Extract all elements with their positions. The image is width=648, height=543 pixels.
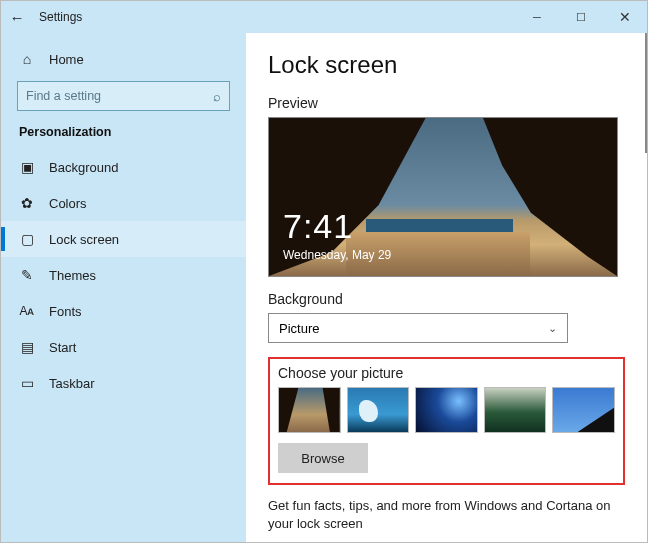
choose-picture-label: Choose your picture [278,365,615,381]
window-controls: ─ ☐ ✕ [515,1,647,33]
sidebar-item-label: Colors [49,196,87,211]
sidebar-home[interactable]: ⌂ Home [1,41,246,77]
background-select-value: Picture [279,321,319,336]
sidebar-item-label: Fonts [49,304,82,319]
picture-thumb-1[interactable] [278,387,341,433]
tip-text: Get fun facts, tips, and more from Windo… [268,497,625,533]
themes-icon: ✎ [19,267,35,283]
picture-icon: ▣ [19,159,35,175]
lockscreen-preview: 7:41 Wednesday, May 29 [268,117,618,277]
background-select[interactable]: Picture ⌄ [268,313,568,343]
preview-clock: 7:41 Wednesday, May 29 [283,207,391,262]
maximize-button[interactable]: ☐ [559,1,603,33]
preview-label: Preview [268,95,625,111]
fonts-icon: Aᴀ [19,304,35,318]
sidebar-item-label: Background [49,160,118,175]
chevron-down-icon: ⌄ [548,322,557,335]
sidebar-item-themes[interactable]: ✎ Themes [1,257,246,293]
sidebar-item-background[interactable]: ▣ Background [1,149,246,185]
content-pane: Lock screen Preview 7:41 Wednesday, May … [246,33,647,542]
sidebar-item-colors[interactable]: ✿ Colors [1,185,246,221]
sidebar-home-label: Home [49,52,84,67]
home-icon: ⌂ [19,51,35,67]
sidebar: ⌂ Home Find a setting ⌕ Personalization … [1,33,246,542]
sidebar-item-fonts[interactable]: Aᴀ Fonts [1,293,246,329]
background-label: Background [268,291,625,307]
sidebar-item-start[interactable]: ▤ Start [1,329,246,365]
picture-thumb-2[interactable] [347,387,410,433]
picture-thumbnails [278,387,615,433]
search-icon: ⌕ [213,89,221,104]
sidebar-group-label: Personalization [1,121,246,149]
picture-thumb-4[interactable] [484,387,547,433]
window-title: Settings [39,10,515,24]
sidebar-item-label: Start [49,340,76,355]
back-button[interactable]: ← [1,9,33,26]
lock-screen-icon: ▢ [19,231,35,247]
preview-time: 7:41 [283,207,391,246]
search-placeholder: Find a setting [26,89,101,103]
preview-date: Wednesday, May 29 [283,248,391,262]
scrollbar[interactable] [645,33,647,153]
sidebar-item-label: Taskbar [49,376,95,391]
picture-thumb-3[interactable] [415,387,478,433]
sidebar-item-lock-screen[interactable]: ▢ Lock screen [1,221,246,257]
browse-button[interactable]: Browse [278,443,368,473]
start-icon: ▤ [19,339,35,355]
taskbar-icon: ▭ [19,375,35,391]
picture-thumb-5[interactable] [552,387,615,433]
minimize-button[interactable]: ─ [515,1,559,33]
title-bar: ← Settings ─ ☐ ✕ [1,1,647,33]
page-title: Lock screen [268,51,625,79]
palette-icon: ✿ [19,195,35,211]
settings-window: ← Settings ─ ☐ ✕ ⌂ Home Find a setting ⌕… [0,0,648,543]
choose-picture-section: Choose your picture Browse [268,357,625,485]
sidebar-item-taskbar[interactable]: ▭ Taskbar [1,365,246,401]
sidebar-item-label: Lock screen [49,232,119,247]
sidebar-item-label: Themes [49,268,96,283]
close-button[interactable]: ✕ [603,1,647,33]
search-input[interactable]: Find a setting ⌕ [17,81,230,111]
